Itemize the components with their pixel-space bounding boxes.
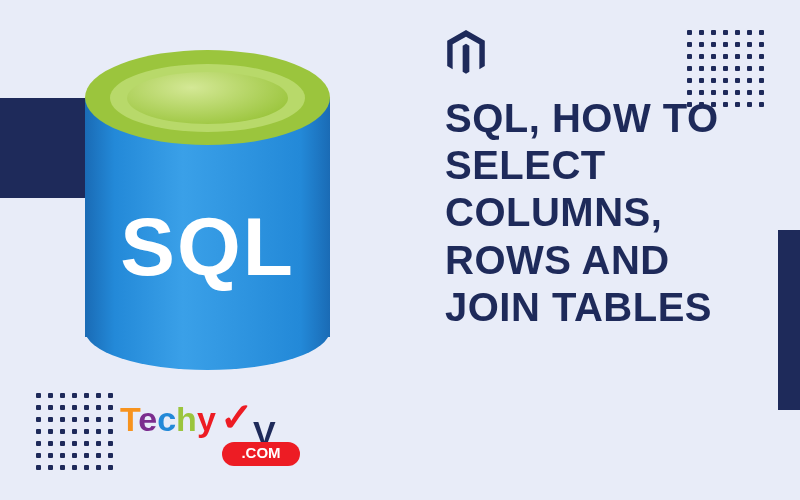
sql-database-illustration: SQL [85,50,330,370]
cylinder-label: SQL [85,200,330,294]
magento-icon [445,30,487,78]
logo-letter-y: y [197,400,216,438]
article-title: SQL, HOW TO SELECT COLUMNS, ROWS AND JOI… [445,95,775,331]
logo-letter-c: c [157,400,176,438]
techyv-logo: Techy ✓ V .COM [120,400,320,470]
logo-dotcom-badge: .COM [222,442,300,466]
logo-letter-h: h [176,400,197,438]
logo-letter-e: e [138,400,157,438]
logo-checkmark-icon: ✓ [220,394,254,440]
dot-pattern-bottom-left [36,393,113,470]
logo-letter-t: T [120,400,138,438]
navy-accent-right [778,230,800,410]
